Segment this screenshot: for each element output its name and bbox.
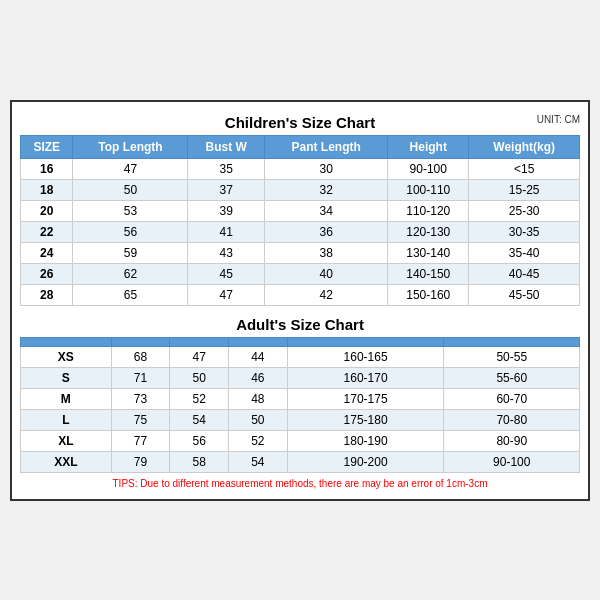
table-cell: 20 [21, 200, 73, 221]
table-cell: 39 [188, 200, 265, 221]
table-cell: 50-55 [444, 346, 580, 367]
table-cell: 41 [188, 221, 265, 242]
table-row: 22564136120-13030-35 [21, 221, 580, 242]
col-top-length: Top Length [73, 135, 188, 158]
table-cell: 45 [188, 263, 265, 284]
table-cell: 130-140 [388, 242, 469, 263]
col-size: SIZE [21, 135, 73, 158]
table-cell: 80-90 [444, 430, 580, 451]
children-size-table: SIZE Top Length Bust W Pant Length Heigh… [20, 135, 580, 306]
table-cell: 34 [265, 200, 388, 221]
table-cell: <15 [469, 158, 580, 179]
table-cell: 47 [73, 158, 188, 179]
table-cell: 35-40 [469, 242, 580, 263]
table-cell: 52 [170, 388, 229, 409]
table-cell: 35 [188, 158, 265, 179]
col-bust-w: Bust W [188, 135, 265, 158]
adult-col-size [21, 337, 112, 346]
table-cell: 73 [111, 388, 170, 409]
table-cell: 56 [170, 430, 229, 451]
table-cell: 42 [265, 284, 388, 305]
table-cell: 50 [170, 367, 229, 388]
adult-col-pant-length [228, 337, 287, 346]
col-weight: Weight(kg) [469, 135, 580, 158]
table-cell: 28 [21, 284, 73, 305]
table-cell: 77 [111, 430, 170, 451]
table-cell: L [21, 409, 112, 430]
children-title-text: Children's Size Chart [225, 114, 375, 131]
table-row: XS684744160-16550-55 [21, 346, 580, 367]
col-pant-length: Pant Length [265, 135, 388, 158]
table-row: S715046160-17055-60 [21, 367, 580, 388]
table-cell: 160-170 [287, 367, 444, 388]
table-cell: 48 [228, 388, 287, 409]
table-cell: 47 [170, 346, 229, 367]
table-cell: 50 [73, 179, 188, 200]
adult-col-height [287, 337, 444, 346]
table-cell: 38 [265, 242, 388, 263]
table-cell: 190-200 [287, 451, 444, 472]
table-cell: 175-180 [287, 409, 444, 430]
table-cell: 110-120 [388, 200, 469, 221]
table-cell: 40-45 [469, 263, 580, 284]
table-row: 26624540140-15040-45 [21, 263, 580, 284]
table-cell: 90-100 [444, 451, 580, 472]
table-cell: 16 [21, 158, 73, 179]
table-row: XL775652180-19080-90 [21, 430, 580, 451]
adult-title-text: Adult's Size Chart [236, 316, 364, 333]
size-chart-wrapper: Children's Size Chart UNIT: CM SIZE Top … [10, 100, 590, 501]
table-cell: XS [21, 346, 112, 367]
table-cell: 170-175 [287, 388, 444, 409]
table-row: 20533934110-12025-30 [21, 200, 580, 221]
adult-table-body: XS684744160-16550-55S715046160-17055-60M… [21, 346, 580, 472]
table-cell: 54 [170, 409, 229, 430]
table-cell: 56 [73, 221, 188, 242]
table-cell: 50 [228, 409, 287, 430]
table-cell: 30 [265, 158, 388, 179]
table-cell: 45-50 [469, 284, 580, 305]
table-cell: XL [21, 430, 112, 451]
table-cell: 22 [21, 221, 73, 242]
table-cell: 71 [111, 367, 170, 388]
table-cell: 100-110 [388, 179, 469, 200]
table-cell: 24 [21, 242, 73, 263]
table-cell: 37 [188, 179, 265, 200]
table-cell: 44 [228, 346, 287, 367]
table-cell: 65 [73, 284, 188, 305]
table-cell: 47 [188, 284, 265, 305]
table-cell: 40 [265, 263, 388, 284]
children-header-row: SIZE Top Length Bust W Pant Length Heigh… [21, 135, 580, 158]
table-cell: 79 [111, 451, 170, 472]
table-row: 28654742150-16045-50 [21, 284, 580, 305]
col-height: Height [388, 135, 469, 158]
table-cell: 150-160 [388, 284, 469, 305]
table-cell: 53 [73, 200, 188, 221]
table-row: XXL795854190-20090-100 [21, 451, 580, 472]
table-cell: 58 [170, 451, 229, 472]
adult-col-top-length [111, 337, 170, 346]
table-cell: 140-150 [388, 263, 469, 284]
table-cell: 32 [265, 179, 388, 200]
table-row: 18503732100-11015-25 [21, 179, 580, 200]
tips-text: TIPS: Due to different measurement metho… [20, 473, 580, 491]
table-cell: 68 [111, 346, 170, 367]
table-cell: 54 [228, 451, 287, 472]
table-cell: XXL [21, 451, 112, 472]
table-cell: 70-80 [444, 409, 580, 430]
adult-section-title: Adult's Size Chart [20, 312, 580, 337]
table-cell: 180-190 [287, 430, 444, 451]
table-cell: M [21, 388, 112, 409]
table-cell: 36 [265, 221, 388, 242]
table-row: L755450175-18070-80 [21, 409, 580, 430]
table-cell: 18 [21, 179, 73, 200]
table-cell: 59 [73, 242, 188, 263]
table-cell: S [21, 367, 112, 388]
table-cell: 52 [228, 430, 287, 451]
table-row: 24594338130-14035-40 [21, 242, 580, 263]
table-cell: 160-165 [287, 346, 444, 367]
adult-col-weight [444, 337, 580, 346]
table-cell: 120-130 [388, 221, 469, 242]
unit-label: UNIT: CM [537, 114, 580, 125]
table-cell: 26 [21, 263, 73, 284]
table-cell: 43 [188, 242, 265, 263]
